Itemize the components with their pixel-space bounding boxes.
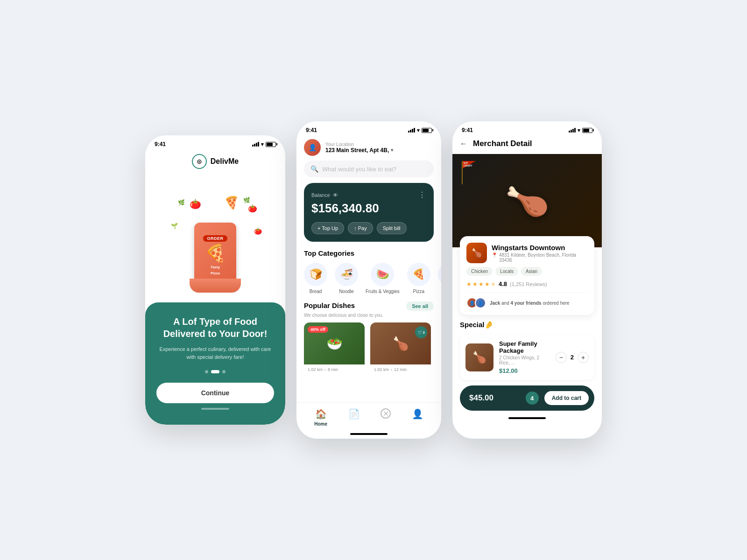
special-item-price: $12.00 [499, 367, 550, 374]
qty-increase-button[interactable]: + [578, 352, 589, 363]
status-icons-3: ▾ [569, 127, 592, 133]
merchant-name: Wingstarts Downtown [492, 244, 588, 252]
star-rating: ★ ★ ★ ★ ★ [466, 281, 496, 287]
restaurant-flag: EATCRISPY [462, 161, 463, 184]
dish-meta-2: 1.02 km 12 min [370, 364, 431, 375]
category-label-bread: Bread [310, 289, 322, 294]
orders-icon: 📄 [348, 408, 360, 420]
category-icon-fruits: 🍉 [371, 263, 394, 286]
phone-onboarding: 9:41 ▾ ⊛ DelivMe 🌿 🌿 [145, 135, 285, 425]
merchant-name-group: Wingstarts Downtown 📍 4831 Kildeer, Boyn… [492, 244, 588, 263]
category-pizza[interactable]: 🍕 Pizza [407, 263, 430, 294]
tomato-2: 🍅 [248, 204, 257, 213]
merchant-info-card: 🍗 Wingstarts Downtown 📍 4831 Kildeer, Bo… [460, 236, 594, 315]
nav-home[interactable]: 🏠 Home [314, 408, 327, 427]
friends-text: Jack and 4 your friends ordered here [490, 301, 570, 306]
logo-icon: ⊛ [192, 154, 207, 169]
special-item-info: Super Family Package 2 Chicken Wings, 2 … [499, 340, 550, 374]
leaf-3: 🌱 [171, 223, 178, 229]
nav-profile[interactable]: 👤 [412, 408, 423, 427]
nav-orders[interactable]: 📄 [348, 408, 360, 427]
tag-chicken: Chicken [466, 267, 493, 276]
discount-badge-1: 40% off [308, 326, 328, 333]
special-item-image: 🍗 [465, 343, 493, 371]
dot-3 [222, 370, 226, 373]
status-icons-2: ▾ [408, 127, 432, 133]
friends-row: 👤 👤 Jack and 4 your friends ordered here [466, 297, 588, 308]
bottom-nav: 🏠 Home 📄 ✕ 👤 [296, 402, 441, 430]
category-snack[interactable]: 🍟 Snac [438, 263, 441, 294]
search-input[interactable]: What would you like to eat? [322, 166, 396, 173]
friend-avatars: 👤 👤 [466, 297, 486, 308]
category-icon-pizza: 🍕 [407, 263, 430, 286]
friend-name: Jack [490, 301, 500, 306]
home-indicator-3 [508, 417, 546, 419]
search-nav-icon: ✕ [381, 408, 391, 419]
add-to-cart-button[interactable]: Add to cart [544, 391, 589, 405]
hand [190, 279, 241, 293]
pay-button[interactable]: ↑ Pay [348, 222, 373, 234]
popular-subtitle: We choose delicious and close to you. [296, 313, 441, 322]
cart-badge-2: 🛒3 [415, 326, 427, 338]
category-label-noodle: Noodle [339, 289, 354, 294]
qty-control: − 2 + [556, 352, 589, 363]
splitbill-button[interactable]: Split bill [377, 222, 407, 234]
time-1: 9:41 [155, 141, 166, 147]
dishes-row: 🥗 40% off 1.02 km 8 min 🍗 🛒3 [296, 322, 441, 375]
qty-decrease-button[interactable]: − [556, 352, 567, 363]
topup-button[interactable]: + Top Up [311, 222, 344, 234]
special-section: Special🤌 🍗 Super Family Package 2 Chicke… [452, 321, 602, 380]
cart-total: $45.00 [469, 393, 520, 403]
dish-card-1[interactable]: 🥗 40% off 1.02 km 8 min [304, 322, 365, 375]
category-fruits[interactable]: 🍉 Fruits & Veggies [366, 263, 400, 294]
category-label-fruits: Fruits & Veggies [366, 289, 400, 294]
onboarding-title: A Lof Type of Food Delivered to Your Doo… [156, 315, 274, 340]
nav-search[interactable]: ✕ [381, 408, 391, 427]
category-label-pizza: Pizza [413, 289, 424, 294]
location-info: Your Location 123 Main Street, Apt 4B, ▾ [325, 142, 434, 154]
pin-icon: 📍 [492, 252, 497, 258]
location-address: 123 Main Street, Apt 4B, ▾ [325, 147, 434, 154]
tomato-1: 🍅 [190, 198, 201, 210]
popular-title: Popular Dishes [304, 301, 355, 309]
nav-home-label: Home [314, 421, 327, 427]
phone-merchant: 9:41 ▾ ← Merchant Detail 🍗 EATCRIS [452, 121, 602, 439]
status-bar-3: 9:41 ▾ [452, 121, 602, 136]
location-bar[interactable]: 👤 Your Location 123 Main Street, Apt 4B,… [296, 136, 441, 161]
screens-container: 9:41 ▾ ⊛ DelivMe 🌿 🌿 [127, 103, 620, 457]
back-button[interactable]: ← [460, 140, 467, 148]
see-all-button[interactable]: See all [406, 301, 434, 311]
category-bread[interactable]: 🍞 Bread [304, 263, 327, 294]
phone-home: 9:41 ▾ 👤 Your Location 123 Main Street, … [296, 121, 441, 439]
profile-icon: 👤 [412, 408, 423, 420]
leaf-1: 🌿 [178, 199, 185, 206]
pagination-dots [156, 370, 274, 373]
menu-dots[interactable]: ⋮ [418, 190, 426, 199]
order-badge: ORDER [203, 235, 227, 242]
merchant-page-title: Merchant Detail [473, 139, 532, 148]
time-3: 9:41 [462, 127, 473, 133]
continue-button[interactable]: Continue [156, 383, 274, 403]
home-indicator-1 [201, 408, 229, 410]
special-item-name: Super Family Package [499, 340, 550, 354]
category-noodle[interactable]: 🍜 Noodle [335, 263, 358, 294]
friend-avatar-2: 👤 [475, 297, 486, 308]
balance-amount: $156,340.80 [311, 201, 426, 216]
balance-label: Balance [311, 192, 330, 198]
onboarding-subtitle: Experience a perfect culinary, delivered… [156, 345, 274, 361]
tag-asian: Asian [521, 267, 542, 276]
chevron-down-icon: ▾ [391, 147, 393, 153]
logo-text: DelivMe [211, 157, 239, 166]
tag-locals: Locals [495, 267, 518, 276]
illustration: 🌿 🌿 🌱 🍅 🍅 🍅 🍕 ORDER 🍕 Tasty Pizza [145, 180, 285, 302]
balance-card: Balance 👁 ⋮ $156,340.80 + Top Up ↑ Pay S… [304, 183, 434, 242]
eye-icon: 👁 [333, 192, 338, 198]
review-count: (1,251 Reviews) [510, 281, 547, 287]
special-title: Special🤌 [460, 321, 594, 329]
dish-card-2[interactable]: 🍗 🛒3 1.02 km 12 min [370, 322, 431, 375]
popular-header: Popular Dishes See all [296, 301, 441, 313]
search-bar[interactable]: 🔍 What would you like to eat? [304, 161, 434, 177]
phone-in-illustration: ORDER 🍕 Tasty Pizza [194, 223, 236, 288]
food-hero-emoji: 🍗 [502, 177, 551, 224]
category-icon-bread: 🍞 [304, 263, 327, 286]
